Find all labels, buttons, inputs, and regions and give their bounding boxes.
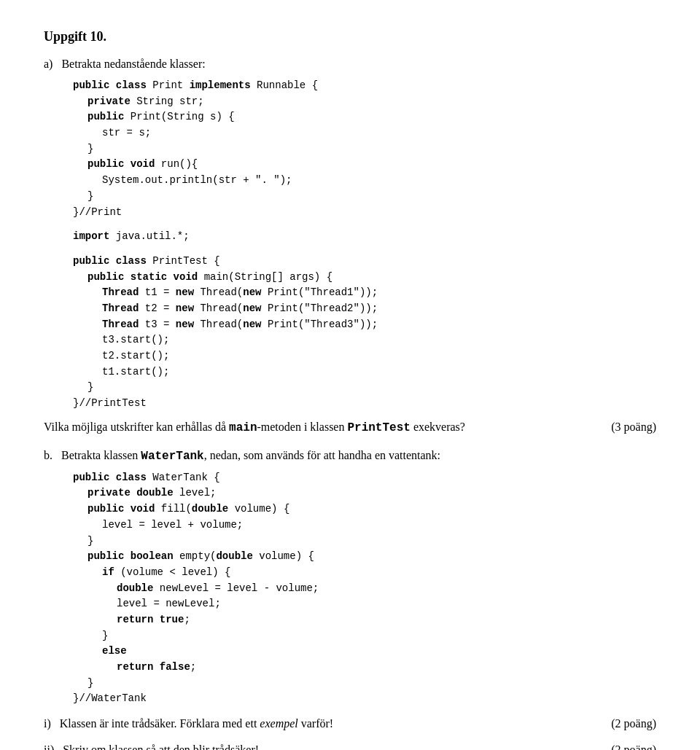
code-line: else <box>102 644 656 660</box>
question-a: Vilka möjliga utskrifter kan erhållas då… <box>44 421 656 434</box>
code-line: if (volume < level) { <box>102 565 656 581</box>
code-line: }//PrintTest <box>73 396 656 412</box>
code-line: Thread t1 = new Thread(new Print("Thread… <box>102 285 656 301</box>
code-line: public static void main(String[] args) { <box>88 270 656 286</box>
roman-i-text: i) Klassen är inte trådsäker. Förklara m… <box>44 717 611 730</box>
code-line: public boolean empty(double volume) { <box>88 549 656 565</box>
code-line: }//WaterTank <box>73 691 656 707</box>
code-line: str = s; <box>102 125 656 141</box>
code-watertank: public class WaterTank { private double … <box>73 470 656 707</box>
points-i: (2 poäng) <box>611 717 656 730</box>
code-print-class: public class Print implements Runnable {… <box>73 78 656 220</box>
code-line: } <box>88 676 656 692</box>
part-b-intro: b. Betrakta klassen WaterTank, nedan, so… <box>44 449 656 463</box>
code-line: }//Print <box>73 205 656 221</box>
code-printtest-class: public class PrintTest { public static v… <box>73 254 656 412</box>
code-line: System.out.println(str + ". "); <box>102 173 656 189</box>
page-title: Uppgift 10. <box>44 29 656 44</box>
code-line: t3.start(); <box>102 332 656 348</box>
code-line: public class Print implements Runnable { <box>73 78 656 94</box>
code-line: private double level; <box>88 485 656 501</box>
code-line: private String str; <box>88 94 656 110</box>
roman-i: i) Klassen är inte trådsäker. Förklara m… <box>44 717 656 730</box>
code-line: level = newLevel; <box>117 596 656 612</box>
code-line: Thread t2 = new Thread(new Print("Thread… <box>102 301 656 317</box>
points-a: (3 poäng) <box>611 421 656 434</box>
part-a-section: a) Betrakta nedanstående klasser: public… <box>44 58 656 434</box>
roman-ii: ii) Skriv om klassen så att den blir trå… <box>44 743 656 750</box>
import-line: import java.util.*; <box>73 229 656 245</box>
code-line: import java.util.*; <box>73 229 656 245</box>
code-line: double newLevel = level - volume; <box>117 581 656 597</box>
code-line: Thread t3 = new Thread(new Print("Thread… <box>102 317 656 333</box>
code-line: level = level + volume; <box>102 517 656 534</box>
code-line: } <box>88 189 656 205</box>
code-line: } <box>88 141 656 157</box>
code-line: } <box>88 380 656 396</box>
code-line: public class WaterTank { <box>73 470 656 486</box>
part-b-section: b. Betrakta klassen WaterTank, nedan, so… <box>44 449 656 750</box>
code-line: public void fill(double volume) { <box>88 501 656 517</box>
code-line: public void run(){ <box>88 157 656 173</box>
code-line: return true; <box>117 612 656 628</box>
code-line: t1.start(); <box>102 364 656 380</box>
code-line: public Print(String s) { <box>88 109 656 125</box>
roman-ii-text: ii) Skriv om klassen så att den blir trå… <box>44 743 611 750</box>
code-line: t2.start(); <box>102 348 656 364</box>
code-line: } <box>102 628 656 644</box>
points-ii: (2 poäng) <box>611 743 656 750</box>
code-line: return false; <box>117 660 656 676</box>
code-line: public class PrintTest { <box>73 254 656 270</box>
question-a-text: Vilka möjliga utskrifter kan erhållas då… <box>44 421 465 434</box>
part-a-label: a) Betrakta nedanstående klasser: <box>44 58 206 70</box>
code-line: } <box>88 534 656 550</box>
